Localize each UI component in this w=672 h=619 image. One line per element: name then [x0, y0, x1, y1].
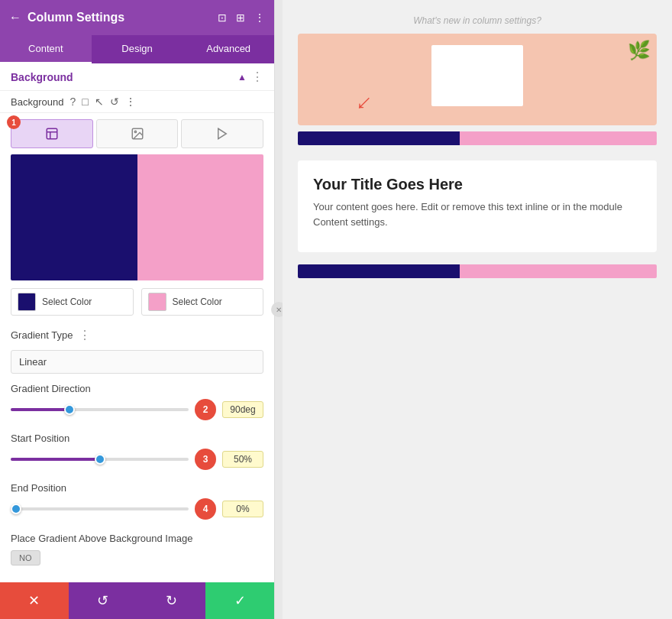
badge-1: 1	[7, 115, 21, 129]
preview-white-box	[431, 45, 523, 106]
question-icon[interactable]: ?	[69, 96, 76, 108]
place-gradient-section: Place Gradient Above Background Image NO	[0, 526, 274, 572]
bg-tab-image[interactable]	[96, 119, 179, 148]
panel-scroll: Background ▲ ⋮ Background ? □ ↖ ↺ ⋮ 1	[0, 63, 274, 582]
back-icon[interactable]: ←	[9, 11, 21, 24]
canvas-hint: What's new in column settings?	[413, 15, 541, 26]
color-select-2[interactable]: Select Color	[141, 288, 264, 316]
gradient-type-more-icon[interactable]: ⋮	[79, 328, 91, 342]
gradient-direction-thumb[interactable]	[64, 404, 75, 415]
cancel-button[interactable]: ✕	[0, 582, 69, 619]
reset-icon[interactable]: ↺	[110, 96, 119, 108]
start-position-fill	[11, 458, 100, 461]
color-select-label-2: Select Color	[173, 297, 222, 307]
tab-content[interactable]: Content	[0, 35, 92, 63]
gradient-type-label: Gradient Type	[11, 329, 73, 341]
panel-header: ← Column Settings ⊡ ⊞ ⋮	[0, 0, 274, 35]
gradient-bar-1	[298, 131, 657, 145]
preview-decoration: 🌿	[628, 40, 651, 61]
more-icon[interactable]: ⋮	[254, 11, 265, 24]
chevron-up-icon[interactable]: ▲	[237, 72, 247, 83]
end-position-track	[11, 507, 189, 510]
section-title: Background	[11, 71, 233, 83]
bg-toolbar: Background ? □ ↖ ↺ ⋮	[0, 91, 274, 113]
end-position-value[interactable]: 0%	[222, 501, 263, 517]
undo-button[interactable]: ↺	[69, 582, 137, 619]
start-position-thumb[interactable]	[95, 454, 105, 465]
bg-tab-video[interactable]	[181, 119, 263, 148]
left-panel: ← Column Settings ⊡ ⊞ ⋮ Content Design A…	[0, 0, 275, 619]
section-header-background: Background ▲ ⋮	[0, 63, 274, 91]
bg-toolbar-icons: ? □ ↖ ↺ ⋮	[69, 96, 135, 108]
gradient-left-color	[11, 154, 137, 280]
content-body: Your content goes here. Edit or remove t…	[313, 199, 641, 229]
header-icons: ⊡ ⊞ ⋮	[218, 11, 265, 24]
toggle-row: NO	[11, 550, 263, 566]
svg-point-2	[134, 131, 136, 132]
gradient-direction-label: Gradient Direction	[11, 383, 263, 394]
columns-icon[interactable]: ⊞	[236, 11, 245, 24]
tab-advanced[interactable]: Advanced	[183, 35, 274, 63]
desktop-icon[interactable]: □	[82, 96, 88, 108]
place-gradient-label: Place Gradient Above Background Image	[11, 532, 263, 546]
start-position-label: Start Position	[11, 433, 263, 444]
gradient-direction-value[interactable]: 90deg	[222, 401, 263, 418]
red-arrow-icon: ↓	[351, 88, 379, 116]
right-canvas: What's new in column settings? 🌿 ↓ Your …	[283, 0, 672, 619]
content-title: Your Title Goes Here	[313, 176, 641, 193]
tab-design[interactable]: Design	[92, 35, 183, 63]
color-select-1[interactable]: Select Color	[11, 288, 134, 316]
bg-tab-color[interactable]: 1	[11, 119, 93, 148]
panel-divider: ✕	[275, 0, 283, 619]
end-position-label: End Position	[11, 482, 263, 494]
section-more-icon[interactable]: ⋮	[251, 70, 263, 84]
badge-3: 3	[195, 449, 216, 470]
gradient-bar-2	[298, 264, 657, 278]
toolbar-more-icon[interactable]: ⋮	[125, 96, 136, 108]
bg-type-tabs: 1	[0, 113, 274, 154]
svg-marker-3	[218, 128, 227, 139]
color-swatch-2	[148, 293, 166, 311]
gradient-direction-row: 2 90deg	[11, 399, 263, 420]
color-selectors: Select Color Select Color	[0, 288, 274, 316]
gradient-direction-track	[11, 408, 189, 411]
gradient-type-select[interactable]: Linear Radial	[11, 350, 263, 374]
save-button[interactable]: ✓	[205, 582, 274, 619]
bg-label: Background	[11, 96, 63, 108]
start-position-track	[11, 458, 189, 461]
bottom-bar: ✕ ↺ ↻ ✓	[0, 582, 274, 619]
tab-bar: Content Design Advanced	[0, 35, 274, 63]
start-position-section: Start Position 3 50%	[0, 426, 274, 476]
badge-4: 4	[195, 498, 216, 520]
gradient-direction-fill	[11, 408, 69, 411]
toggle-no[interactable]: NO	[11, 550, 40, 566]
maximize-icon[interactable]: ⊡	[218, 11, 227, 24]
badge-2: 2	[195, 399, 216, 420]
start-position-value[interactable]: 50%	[222, 451, 263, 468]
end-position-section: End Position 4 0%	[0, 476, 274, 526]
gradient-direction-section: Gradient Direction 2 90deg	[0, 377, 274, 426]
panel-title: Column Settings	[27, 11, 212, 24]
color-swatch-1	[18, 293, 36, 311]
redo-button[interactable]: ↻	[137, 582, 206, 619]
color-select-label-1: Select Color	[42, 297, 92, 307]
end-position-thumb[interactable]	[11, 504, 21, 514]
cursor-icon[interactable]: ↖	[95, 96, 104, 108]
end-position-row: 4 0%	[11, 498, 263, 520]
start-position-row: 3 50%	[11, 449, 263, 470]
preview-image-area: 🌿 ↓	[298, 34, 657, 125]
svg-rect-0	[47, 128, 57, 139]
gradient-type-row: Gradient Type ⋮	[0, 323, 274, 347]
gradient-right-color	[137, 154, 264, 280]
gradient-preview	[11, 154, 263, 280]
content-area: Your Title Goes Here Your content goes h…	[298, 160, 657, 252]
